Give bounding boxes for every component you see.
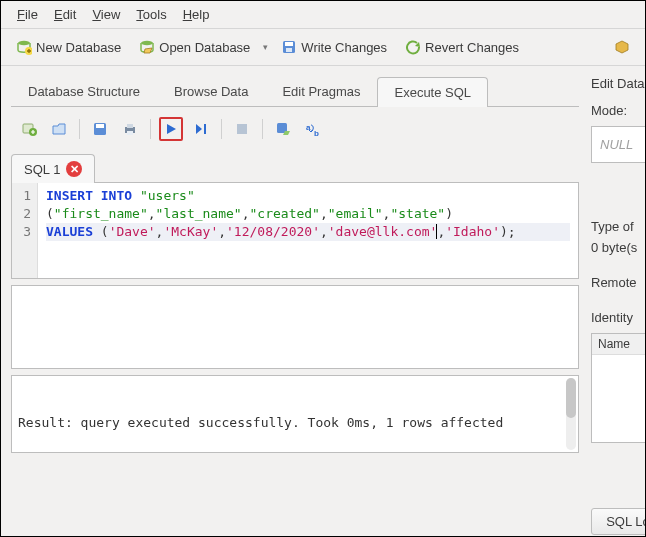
- null-field[interactable]: NULL: [591, 126, 645, 163]
- log-pane[interactable]: Result: query executed successfully. Too…: [11, 375, 579, 453]
- log-scrollbar[interactable]: [566, 378, 576, 450]
- typeof-label: Type of: [591, 219, 645, 234]
- new-database-icon: [16, 39, 32, 55]
- save-sql-button[interactable]: [88, 117, 112, 141]
- main-toolbar: New Database Open Database ▾ Write Chang…: [1, 29, 645, 66]
- svg-rect-5: [286, 48, 292, 52]
- open-database-icon: [139, 39, 155, 55]
- svg-rect-4: [285, 42, 293, 46]
- new-sql-tab-button[interactable]: [17, 117, 41, 141]
- stop-button[interactable]: [230, 117, 254, 141]
- close-tab-icon[interactable]: ✕: [66, 161, 82, 177]
- sql-log-button[interactable]: SQL Lo: [591, 508, 645, 535]
- execute-all-button[interactable]: [159, 117, 183, 141]
- svg-rect-12: [127, 131, 133, 135]
- main-tabbar: Database Structure Browse Data Edit Prag…: [11, 76, 579, 107]
- package-icon: [614, 39, 630, 55]
- revert-changes-label: Revert Changes: [425, 40, 519, 55]
- bytes-label: 0 byte(s: [591, 240, 645, 255]
- save-icon: [92, 121, 108, 137]
- open-sql-file-button[interactable]: [47, 117, 71, 141]
- tab-browse-data[interactable]: Browse Data: [157, 76, 265, 106]
- svg-text:b: b: [314, 129, 319, 137]
- new-database-button[interactable]: New Database: [7, 34, 130, 60]
- svg-rect-13: [204, 124, 206, 134]
- menu-help[interactable]: Help: [175, 4, 218, 25]
- svg-point-0: [18, 41, 30, 45]
- tab-database-structure[interactable]: Database Structure: [11, 76, 157, 106]
- editor-gutter: 1 2 3: [12, 183, 38, 278]
- editor-code[interactable]: INSERT INTO "users"("first_name","last_n…: [38, 183, 578, 278]
- save-results-icon: [275, 121, 291, 137]
- sql-tab-1[interactable]: SQL 1 ✕: [11, 154, 95, 183]
- print-icon: [122, 121, 138, 137]
- execute-line-button[interactable]: [189, 117, 213, 141]
- menu-tools[interactable]: Tools: [128, 4, 174, 25]
- new-tab-icon: [21, 121, 37, 137]
- tab-edit-pragmas[interactable]: Edit Pragmas: [265, 76, 377, 106]
- right-sidebar: Edit Data Mode: NULL Type of 0 byte(s Re…: [585, 66, 645, 537]
- menu-view[interactable]: View: [84, 4, 128, 25]
- tab-execute-sql[interactable]: Execute SQL: [377, 77, 488, 107]
- open-file-icon: [51, 121, 67, 137]
- sql-editor[interactable]: 1 2 3 INSERT INTO "users"("first_name","…: [11, 183, 579, 279]
- new-database-label: New Database: [36, 40, 121, 55]
- play-icon: [164, 122, 178, 136]
- sql-tab-label: SQL 1: [24, 162, 60, 177]
- mode-label: Mode:: [591, 103, 645, 118]
- svg-rect-9: [96, 124, 104, 128]
- find-replace-button[interactable]: ab: [301, 117, 325, 141]
- stop-icon: [235, 122, 249, 136]
- revert-changes-icon: [405, 39, 421, 55]
- sql-editor-tabbar: SQL 1 ✕: [11, 153, 579, 183]
- write-changes-button[interactable]: Write Changes: [272, 34, 396, 60]
- overflow-button[interactable]: [605, 34, 639, 60]
- svg-rect-14: [237, 124, 247, 134]
- remote-label: Remote: [591, 275, 645, 290]
- step-icon: [193, 121, 209, 137]
- revert-changes-button[interactable]: Revert Changes: [396, 34, 528, 60]
- write-changes-icon: [281, 39, 297, 55]
- identity-table[interactable]: Name: [591, 333, 645, 443]
- print-button[interactable]: [118, 117, 142, 141]
- write-changes-label: Write Changes: [301, 40, 387, 55]
- menubar: File Edit View Tools Help: [1, 1, 645, 29]
- identity-name-header: Name: [592, 334, 645, 355]
- open-database-button[interactable]: Open Database: [130, 34, 259, 60]
- menu-file[interactable]: File: [9, 4, 46, 25]
- save-results-button[interactable]: [271, 117, 295, 141]
- identity-label: Identity: [591, 310, 645, 325]
- svg-point-2: [141, 41, 153, 45]
- open-database-label: Open Database: [159, 40, 250, 55]
- results-grid[interactable]: [11, 285, 579, 369]
- svg-rect-11: [127, 124, 133, 128]
- find-icon: ab: [305, 121, 321, 137]
- menu-edit[interactable]: Edit: [46, 4, 84, 25]
- open-database-dropdown[interactable]: ▾: [259, 42, 272, 52]
- sql-toolbar: ab: [11, 107, 579, 151]
- edit-data-heading: Edit Data: [591, 76, 645, 91]
